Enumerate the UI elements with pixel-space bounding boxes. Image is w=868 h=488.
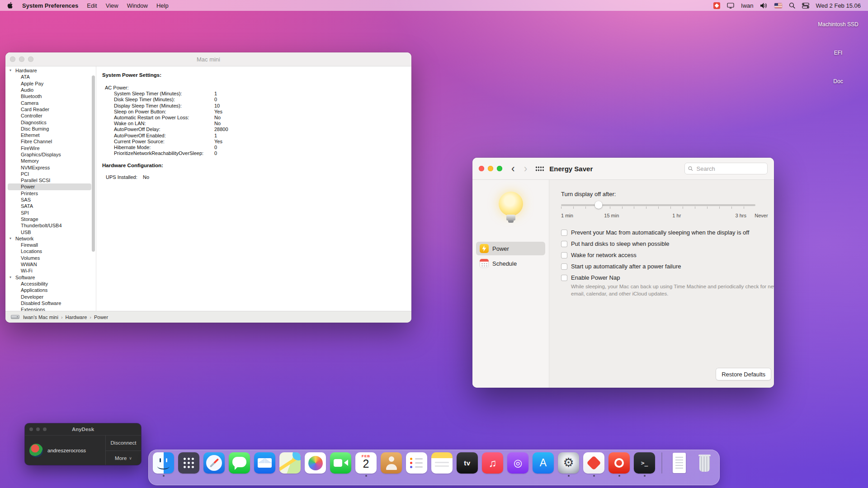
dock-item-messages[interactable] — [229, 452, 250, 474]
dock-item-app-dark[interactable]: >_ — [634, 452, 655, 474]
dock-item-contacts[interactable] — [381, 452, 402, 474]
sidebar-item[interactable]: Graphics/Displays — [5, 151, 96, 158]
dock-item-app-red[interactable] — [609, 452, 630, 474]
sidebar-item[interactable]: Disabled Software — [5, 300, 96, 306]
display-off-slider-thumb[interactable] — [595, 201, 603, 209]
checkbox[interactable] — [561, 241, 567, 247]
dock-item-music[interactable]: ♫ — [482, 452, 503, 474]
desktop-icon-efi[interactable]: EFI — [834, 47, 843, 56]
disclosure-triangle-icon[interactable]: ▾ — [9, 276, 14, 279]
sidebar-item[interactable]: PCI — [5, 171, 96, 177]
control-center-icon[interactable] — [802, 3, 809, 9]
sidebar-item[interactable]: Printers — [5, 190, 96, 197]
sidebar-item[interactable]: Extensions — [5, 306, 96, 311]
sidebar-item[interactable]: Camera — [5, 99, 96, 106]
back-button[interactable]: ‹ — [511, 164, 515, 174]
search-input[interactable] — [696, 165, 764, 173]
desktop-icon-doc[interactable]: Doc — [833, 75, 843, 84]
sidebar-item[interactable]: Memory — [5, 158, 96, 164]
app-menu[interactable]: System Preferences — [22, 2, 78, 9]
sidebar-item[interactable]: WWAN — [5, 261, 96, 267]
sidebar-item[interactable]: Volumes — [5, 255, 96, 261]
apple-menu-icon[interactable] — [7, 2, 14, 9]
dock-item-reminders[interactable] — [406, 452, 427, 474]
display-off-slider[interactable] — [561, 201, 755, 211]
sidebar-item[interactable]: Accessibility — [5, 281, 96, 287]
sidebar-item[interactable]: Applications — [5, 287, 96, 293]
volume-icon[interactable] — [760, 3, 768, 9]
dock-item-notes[interactable] — [431, 452, 453, 474]
dock-item-app-store[interactable]: A — [533, 452, 554, 474]
dock-item-facetime[interactable] — [330, 452, 351, 474]
dock-item-mail[interactable] — [254, 452, 275, 474]
checkbox[interactable] — [561, 252, 567, 258]
menu-username[interactable]: Iwan — [741, 2, 753, 9]
sidebar-item[interactable]: Power — [8, 183, 91, 190]
sidebar-item[interactable]: NVMExpress — [5, 164, 96, 170]
sidebar-item[interactable]: Controller — [5, 113, 96, 119]
sidebar-item[interactable]: Developer — [5, 293, 96, 300]
dock-separator[interactable] — [659, 452, 665, 474]
sidebar-item[interactable]: Firewall — [5, 242, 96, 248]
sidebar-item[interactable]: Bluetooth — [5, 93, 96, 99]
energy-saver-toolbar[interactable]: ‹ › Energy Saver — [472, 158, 774, 180]
sidebar-item[interactable]: Card Reader — [5, 106, 96, 113]
sidebar-section-header[interactable]: ▾ Hardware — [5, 67, 96, 74]
sidebar-item[interactable]: USB — [5, 229, 96, 235]
sidebar-item[interactable]: Wi-Fi — [5, 267, 96, 274]
zoom-button[interactable] — [497, 166, 502, 171]
sidebar-item[interactable]: Locations — [5, 248, 96, 254]
menu-item[interactable]: Help — [156, 2, 169, 9]
close-button[interactable] — [479, 166, 484, 171]
sidebar-item[interactable]: Diagnostics — [5, 119, 96, 125]
checkbox[interactable] — [561, 275, 567, 281]
dock-item-finder[interactable] — [153, 452, 174, 474]
sidebar-item[interactable]: Audio — [5, 87, 96, 93]
dock-item-tv[interactable]: tv — [457, 452, 478, 474]
sidebar-item[interactable]: Disc Burning — [5, 126, 96, 132]
minimize-button[interactable] — [488, 166, 493, 171]
power[interactable]: Power — [476, 242, 545, 255]
sidebar-item[interactable]: ATA — [5, 74, 96, 80]
minimize-button[interactable] — [36, 427, 40, 431]
schedule[interactable]: Schedule — [476, 257, 545, 270]
dock-item-podcasts[interactable]: ◎ — [507, 452, 528, 474]
disclosure-triangle-icon[interactable]: ▾ — [9, 237, 14, 240]
display-status-icon[interactable] — [727, 3, 734, 9]
dock-item-maps[interactable] — [279, 452, 301, 474]
restore-defaults-button[interactable]: Restore Defaults — [716, 368, 771, 380]
sidebar-item[interactable]: Fibre Channel — [5, 138, 96, 145]
menu-item[interactable]: Edit — [87, 2, 97, 9]
sidebar-scrollbar-thumb[interactable] — [92, 75, 95, 252]
search-field[interactable] — [684, 163, 768, 174]
zoom-button[interactable] — [28, 56, 33, 62]
menu-item[interactable]: View — [106, 2, 118, 9]
checkbox[interactable] — [561, 263, 567, 270]
sidebar-item[interactable]: SPI — [5, 210, 96, 216]
menu-item[interactable]: Window — [127, 2, 148, 9]
sidebar-item[interactable]: Parallel SCSI — [5, 177, 96, 183]
sidebar-item[interactable]: FireWire — [5, 145, 96, 151]
dock-item-photos[interactable] — [305, 452, 326, 474]
input-source-flag-icon[interactable] — [774, 3, 782, 8]
checkbox[interactable] — [561, 230, 567, 236]
more-button[interactable]: More ∨ — [106, 450, 141, 465]
dock-item-document[interactable] — [669, 452, 690, 474]
zoom-button[interactable] — [43, 427, 47, 431]
sidebar-item[interactable]: Ethernet — [5, 132, 96, 138]
sidebar-section-header[interactable]: ▾ Software — [5, 274, 96, 281]
menu-clock[interactable]: Wed 2 Feb 15.06 — [816, 2, 861, 9]
system-information-titlebar[interactable]: Mac mini — [5, 52, 411, 66]
sidebar-item[interactable]: Storage — [5, 216, 96, 222]
close-button[interactable] — [29, 427, 33, 431]
minimize-button[interactable] — [19, 56, 24, 62]
sidebar-item[interactable]: SAS — [5, 197, 96, 203]
sidebar-item[interactable]: SATA — [5, 203, 96, 209]
sidebar-section-header[interactable]: ▾ Network — [5, 235, 96, 242]
dock-item-safari[interactable] — [203, 452, 225, 474]
sidebar-item[interactable]: Thunderbolt/USB4 — [5, 222, 96, 229]
dock-item-launchpad[interactable] — [178, 452, 199, 474]
anydesk-status-icon[interactable] — [713, 2, 720, 9]
sidebar-item[interactable]: Apple Pay — [5, 80, 96, 87]
dock-item-calendar[interactable]: FEB 2 — [355, 452, 377, 474]
